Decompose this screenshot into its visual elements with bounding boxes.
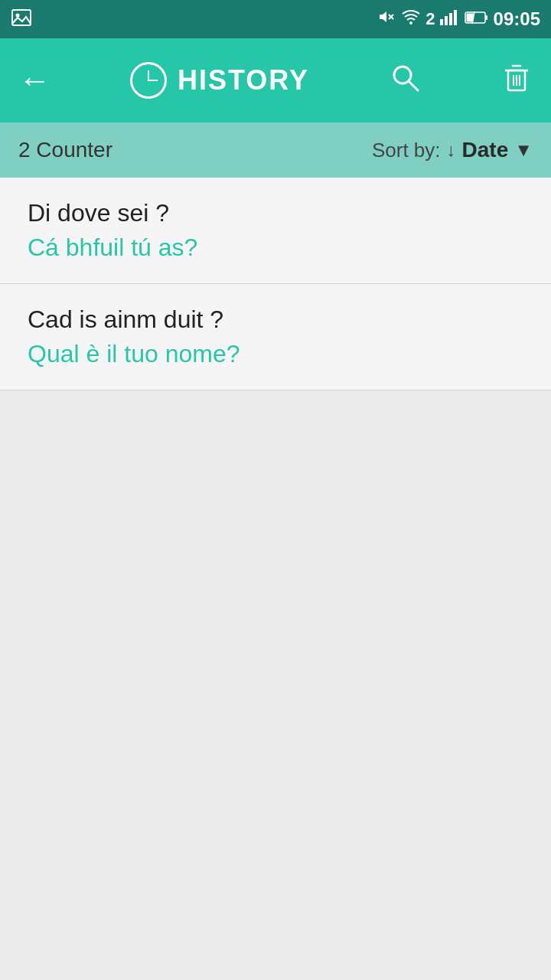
- toolbar-title: HISTORY: [178, 64, 309, 96]
- mute-icon: [378, 8, 396, 31]
- sort-date-label: Date: [462, 138, 509, 162]
- status-bar-right: 2 09:05: [378, 7, 540, 31]
- svg-rect-6: [440, 19, 443, 25]
- clock-icon: [130, 62, 167, 99]
- status-time: 09:05: [494, 8, 540, 30]
- toolbar-center: HISTORY: [130, 62, 309, 99]
- signal-icon: [440, 8, 460, 30]
- list-item-source: Cad is ainm duit ?: [28, 305, 523, 334]
- sort-by-label: Sort by:: [372, 139, 441, 162]
- svg-point-5: [409, 21, 412, 24]
- counter-label: 2 Counter: [18, 138, 112, 162]
- battery-icon: [465, 9, 489, 29]
- svg-rect-7: [445, 16, 448, 25]
- list-item-translation: Cá bhfuil tú as?: [28, 234, 523, 262]
- toolbar: ← HISTORY: [0, 38, 551, 122]
- status-bar-left: [11, 7, 32, 32]
- sim2-icon: 2: [425, 9, 435, 29]
- chevron-down-icon[interactable]: ▼: [514, 139, 533, 161]
- svg-marker-2: [380, 11, 386, 22]
- svg-rect-0: [12, 10, 31, 25]
- svg-line-15: [409, 81, 418, 90]
- sort-control[interactable]: Sort by: ↓ Date ▼: [372, 138, 533, 162]
- list-item-translation: Qual è il tuo nome?: [28, 340, 523, 368]
- back-button[interactable]: ←: [18, 64, 51, 96]
- sort-arrow-icon: ↓: [447, 139, 456, 161]
- list-item[interactable]: Cad is ainm duit ? Qual è il tuo nome?: [0, 284, 551, 390]
- svg-rect-11: [485, 15, 487, 20]
- list-item[interactable]: Di dove sei ? Cá bhfuil tú as?: [0, 178, 551, 284]
- image-icon: [11, 7, 32, 32]
- wifi-icon: [401, 7, 421, 31]
- history-list: Di dove sei ? Cá bhfuil tú as? Cad is ai…: [0, 178, 551, 980]
- subheader: 2 Counter Sort by: ↓ Date ▼: [0, 122, 551, 178]
- search-button[interactable]: [389, 61, 421, 100]
- status-bar: 2 09:05: [0, 0, 551, 38]
- svg-rect-8: [449, 13, 452, 25]
- svg-rect-9: [454, 10, 457, 25]
- trash-button[interactable]: [500, 61, 533, 100]
- list-item-source: Di dove sei ?: [28, 199, 523, 227]
